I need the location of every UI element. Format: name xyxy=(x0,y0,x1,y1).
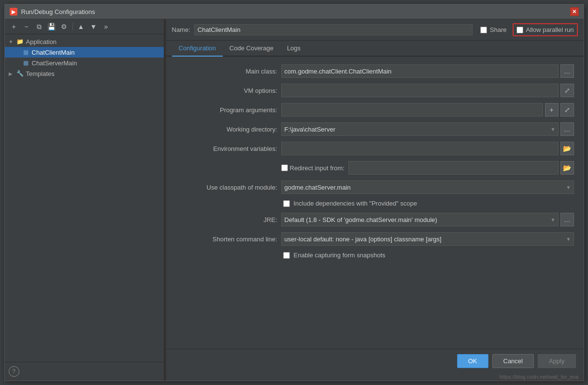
tree-item-application[interactable]: ▼ 📁 Application xyxy=(5,36,164,47)
tree-label-chatclientmain: ChatClientMain xyxy=(32,49,75,56)
program-args-input-wrap: + ⤢ xyxy=(281,103,574,117)
wrench-icon-templates: 🔧 xyxy=(16,70,24,77)
redirect-input-checkbox[interactable] xyxy=(281,164,288,171)
form-snapshots-checkbox[interactable] xyxy=(283,252,290,259)
env-vars-input[interactable] xyxy=(281,142,559,155)
tree-item-chatservermain[interactable]: ▦ ChatServerMain xyxy=(5,58,164,68)
shorten-cmdline-input-wrap: user-local default: none - java [options… xyxy=(281,232,574,246)
tab-logs[interactable]: Logs xyxy=(280,41,307,57)
env-vars-input-wrap: 📂 xyxy=(281,142,574,155)
status-text: https://blog.csdn.net/wait_for_eva xyxy=(500,374,579,380)
parallel-run-area: Allow parallel run xyxy=(513,23,578,36)
save-config-button[interactable]: 💾 xyxy=(46,21,57,32)
shorten-cmdline-select[interactable]: user-local default: none - java [options… xyxy=(281,232,574,246)
move-up-button[interactable]: ▲ xyxy=(76,21,86,32)
add-config-button[interactable]: + xyxy=(9,21,19,32)
vm-options-label: VM options: xyxy=(176,87,277,94)
expand-arrow-templates: ▶ xyxy=(9,71,14,76)
share-area: Share xyxy=(480,26,507,33)
tree-label-templates: Templates xyxy=(26,70,55,77)
config-icon-chatservermain: ▦ xyxy=(22,59,30,67)
app-icon-symbol: ▶ xyxy=(12,9,15,15)
vm-options-row: VM options: ⤢ xyxy=(176,84,574,97)
jre-input[interactable] xyxy=(281,213,559,226)
settings-button[interactable]: ⚙ xyxy=(59,21,70,32)
ok-button[interactable]: OK xyxy=(457,354,488,368)
config-tree: ▼ 📁 Application ▦ ChatClientMain ▦ ChatS… xyxy=(5,34,164,362)
jre-input-wrap: ▼ … xyxy=(281,213,574,226)
vm-options-expand-button[interactable]: ⤢ xyxy=(560,84,574,97)
include-deps-checkbox[interactable] xyxy=(283,200,290,207)
jre-label: JRE: xyxy=(176,216,277,223)
env-vars-row: Environment variables: 📂 xyxy=(176,142,574,155)
shorten-cmdline-label: Shorten command line: xyxy=(176,236,277,243)
right-panel: Name: Share Allow parallel run Configura… xyxy=(166,19,584,381)
include-deps-label: Include dependencies with "Provided" sco… xyxy=(294,200,417,207)
help-button[interactable]: ? xyxy=(9,366,19,377)
folder-icon-application: 📁 xyxy=(16,38,24,45)
move-down-button[interactable]: ▼ xyxy=(88,21,99,32)
title-bar-left: ▶ Run/Debug Configurations xyxy=(10,8,95,15)
classpath-module-label: Use classpath of module: xyxy=(176,184,277,191)
status-bar: https://blog.csdn.net/wait_for_eva xyxy=(166,373,584,381)
env-vars-browse-button[interactable]: 📂 xyxy=(560,142,574,155)
main-class-input[interactable] xyxy=(281,64,559,78)
name-label: Name: xyxy=(172,26,190,33)
left-toolbar: + − ⧉ 💾 ⚙ ▲ ▼ » xyxy=(5,19,164,34)
name-bar: Name: Share Allow parallel run xyxy=(166,19,584,41)
working-dir-label: Working directory: xyxy=(176,126,277,133)
form-area: Main class: … VM options: ⤢ Prog xyxy=(166,57,584,349)
main-class-label: Main class: xyxy=(176,68,277,75)
tree-item-templates[interactable]: ▶ 🔧 Templates xyxy=(5,68,164,79)
share-checkbox[interactable] xyxy=(480,27,487,33)
redirect-input-row: Redirect input from: 📂 xyxy=(176,161,574,175)
copy-config-button[interactable]: ⧉ xyxy=(34,21,44,32)
more-button[interactable]: » xyxy=(101,21,112,32)
tree-label-application: Application xyxy=(26,38,57,45)
main-content: + − ⧉ 💾 ⚙ ▲ ▼ » ▼ 📁 Application xyxy=(5,19,584,381)
tree-label-chatservermain: ChatServerMain xyxy=(32,59,77,67)
jre-browse-button[interactable]: … xyxy=(560,213,574,226)
classpath-module-select[interactable]: godme.chatServer.main xyxy=(281,180,574,194)
parallel-run-label: Allow parallel run xyxy=(526,26,574,33)
working-dir-browse-button[interactable]: … xyxy=(560,122,574,136)
app-icon: ▶ xyxy=(10,8,17,15)
name-input[interactable] xyxy=(194,24,473,35)
left-panel: + − ⧉ 💾 ⚙ ▲ ▼ » ▼ 📁 Application xyxy=(5,19,164,381)
tab-configuration[interactable]: Configuration xyxy=(172,41,223,57)
working-dir-row: Working directory: ▼ … xyxy=(176,122,574,136)
classpath-module-input-wrap: godme.chatServer.main ▼ xyxy=(281,180,574,194)
remove-config-button[interactable]: − xyxy=(21,21,32,32)
tabs-bar: Configuration Code Coverage Logs xyxy=(166,41,584,57)
dialog-title: Run/Debug Configurations xyxy=(21,8,95,15)
share-label: Share xyxy=(490,26,507,33)
tab-code-coverage[interactable]: Code Coverage xyxy=(223,41,280,57)
action-bar: OK Cancel Apply xyxy=(166,349,584,373)
classpath-module-row: Use classpath of module: godme.chatServe… xyxy=(176,180,574,194)
working-dir-input[interactable] xyxy=(281,122,559,136)
close-button[interactable]: ✕ xyxy=(570,7,579,16)
include-deps-row: Include dependencies with "Provided" sco… xyxy=(176,200,574,207)
program-args-expand-button[interactable]: ⤢ xyxy=(560,103,574,117)
vm-options-input-wrap: ⤢ xyxy=(281,84,574,97)
form-snapshots-label: Enable capturing form snapshots xyxy=(294,252,386,259)
program-args-add-button[interactable]: + xyxy=(545,103,559,117)
parallel-run-checkbox[interactable] xyxy=(516,27,523,33)
form-snapshots-row: Enable capturing form snapshots xyxy=(176,252,574,259)
expand-arrow-application: ▼ xyxy=(9,39,14,44)
program-args-input[interactable] xyxy=(281,103,543,117)
cancel-button[interactable]: Cancel xyxy=(492,354,534,368)
left-bottom: ? xyxy=(5,362,164,381)
redirect-browse-button[interactable]: 📂 xyxy=(560,161,574,175)
tree-item-chatclientmain[interactable]: ▦ ChatClientMain xyxy=(5,47,164,58)
main-class-row: Main class: … xyxy=(176,64,574,78)
vm-options-input[interactable] xyxy=(281,84,559,97)
working-dir-input-wrap: ▼ … xyxy=(281,122,574,136)
redirect-input-field[interactable] xyxy=(348,161,559,175)
main-class-browse-button[interactable]: … xyxy=(560,64,574,78)
redirect-input-label: Redirect input from: xyxy=(290,164,344,172)
run-debug-dialog: ▶ Run/Debug Configurations ✕ + − ⧉ 💾 ⚙ ▲… xyxy=(4,4,584,381)
jre-row: JRE: ▼ … xyxy=(176,213,574,226)
toolbar-separator xyxy=(72,23,73,30)
apply-button[interactable]: Apply xyxy=(538,354,576,368)
